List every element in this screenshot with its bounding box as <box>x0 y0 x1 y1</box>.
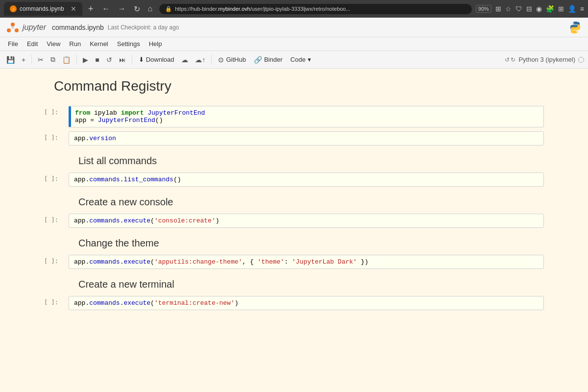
cell-3-input[interactable]: app.commands.list_commands() <box>69 172 544 187</box>
checkpoint-text: Last Checkpoint: a day ago <box>108 24 179 31</box>
svg-point-3 <box>11 26 14 29</box>
binder-button[interactable]: 🔗 Binder <box>251 54 286 65</box>
cell-3-code: app.commands.list_commands() <box>74 176 181 183</box>
upload-button[interactable]: ☁ <box>179 54 191 65</box>
cell-4-input[interactable]: app.commands.execute('console:create') <box>69 214 544 228</box>
menu-kernel[interactable]: Kernel <box>86 39 112 49</box>
download-label: Download <box>146 56 174 63</box>
nav-buttons: ← → ↻ ⌂ <box>99 2 156 16</box>
section-list-commands: List all commands <box>78 155 544 167</box>
jupyter-logo-icon <box>6 21 20 34</box>
url-text: https://hub-binder.mybinder.ovh/user/jtp… <box>175 6 350 12</box>
menu-file[interactable]: File <box>4 39 22 49</box>
shield-icon: 🛡 <box>515 5 522 13</box>
svg-point-4 <box>573 23 574 24</box>
bookmark-icon: ☆ <box>505 5 512 13</box>
forward-button[interactable]: → <box>115 2 129 15</box>
tab-close-button[interactable]: ✕ <box>71 5 76 13</box>
kernel-status-dots: ↺ ↻ <box>505 56 515 63</box>
kernel-info: ↺ ↻ Python 3 (ipykernel) <box>505 56 584 63</box>
cell-3[interactable]: [ ]: app.commands.list_commands() <box>44 172 544 187</box>
binder-label: Binder <box>264 56 283 63</box>
cell-1-number: [ ]: <box>44 106 69 116</box>
cut-button[interactable]: ✂ <box>35 54 46 65</box>
paste-button[interactable]: 📋 <box>60 54 73 65</box>
menu-edit[interactable]: Edit <box>23 39 42 49</box>
cell-6-input[interactable]: app.commands.execute('terminal:create-ne… <box>69 296 544 310</box>
cell-3-number: [ ]: <box>44 172 69 182</box>
profile-icon: ◉ <box>536 5 542 13</box>
upload-button2[interactable]: ☁↑ <box>193 54 208 65</box>
tab-favicon: J <box>10 5 17 12</box>
notebook-container: Command Registry [ ]: from ipylab import… <box>0 69 588 392</box>
toolbar: 💾 + ✂ ⧉ 📋 ▶ ■ ↺ ⏭ ⬇ Download ☁ ☁↑ ⊙ GitH… <box>0 51 588 69</box>
menu-settings[interactable]: Settings <box>113 39 144 49</box>
section-create-terminal: Create a new terminal <box>78 279 544 290</box>
jupyter-logo[interactable]: jupyter <box>6 21 46 34</box>
refresh-kernel-icon: ↺ <box>505 56 510 63</box>
browser-actions: 90% ⊞ ☆ 🛡 ⊟ ◉ 🧩 ⊞ 👤 ≡ <box>476 5 584 13</box>
python-logo <box>568 21 582 34</box>
cell-2[interactable]: [ ]: app.version <box>44 131 544 146</box>
refresh-kernel-icon2: ↻ <box>511 56 515 63</box>
copy-button[interactable]: ⧉ <box>48 54 58 65</box>
cell-6[interactable]: [ ]: app.commands.execute('terminal:crea… <box>44 296 544 310</box>
cell-5[interactable]: [ ]: app.commands.execute('apputils:chan… <box>44 255 544 269</box>
url-suffix: /user/jtpio-ipylab-3333ljwx/retro/notebo… <box>250 6 350 12</box>
kernel-name: Python 3 (ipykernel) <box>518 56 575 63</box>
notebook-filename[interactable]: commands.ipynb <box>52 24 104 31</box>
refresh-button[interactable]: ↻ <box>131 2 143 16</box>
tab-title: commands.ipynb <box>20 5 64 12</box>
cell-4[interactable]: [ ]: app.commands.execute('console:creat… <box>44 214 544 228</box>
toolbar-separator-1 <box>31 55 32 65</box>
menu-help[interactable]: Help <box>145 39 166 49</box>
cell-2-number: [ ]: <box>44 131 69 141</box>
section-change-theme: Change the theme <box>78 238 544 249</box>
menu-bar: File Edit View Run Kernel Settings Help <box>0 37 588 51</box>
restart-run-button[interactable]: ⏭ <box>117 54 128 65</box>
cell-type-select[interactable]: Code ▾ <box>288 54 314 65</box>
browser-tab[interactable]: J commands.ipynb ✕ <box>4 2 82 16</box>
extensions-icon: ⊞ <box>495 5 501 13</box>
svg-point-2 <box>15 28 19 32</box>
download-button[interactable]: ⬇ Download <box>136 54 177 65</box>
url-prefix: https://hub-binder. <box>175 6 218 12</box>
cell-1-input[interactable]: from ipylab import JupyterFrontEnd app =… <box>69 106 544 127</box>
cell-1-code-line2: app = JupyterFrontEnd() <box>75 117 163 124</box>
notebook-title: Command Registry <box>44 78 544 94</box>
cell-2-code: app.version <box>74 135 116 142</box>
restart-button[interactable]: ↺ <box>104 54 115 65</box>
cell-2-input[interactable]: app.version <box>69 131 544 146</box>
jupyter-appbar: jupyter commands.ipynb Last Checkpoint: … <box>0 18 588 37</box>
toolbar-separator-2 <box>76 55 77 65</box>
cell-5-number: [ ]: <box>44 255 69 265</box>
menu-view[interactable]: View <box>43 39 64 49</box>
svg-point-1 <box>7 28 11 32</box>
home-button[interactable]: ⌂ <box>145 2 156 15</box>
back-button[interactable]: ← <box>99 2 113 15</box>
save-button[interactable]: 💾 <box>4 54 17 65</box>
notebook-inner: Command Registry [ ]: from ipylab import… <box>34 78 554 310</box>
download-icon: ⬇ <box>139 56 144 63</box>
cell-6-code: app.commands.execute('terminal:create-ne… <box>74 299 239 307</box>
active-cell-indicator <box>70 106 71 127</box>
cell-5-input[interactable]: app.commands.execute('apputils:change-th… <box>69 255 544 269</box>
run-button[interactable]: ▶ <box>80 54 91 65</box>
cell-1-code: from ipylab import JupyterFrontEnd <box>75 109 205 117</box>
cell-4-number: [ ]: <box>44 214 69 223</box>
menu-icon[interactable]: ≡ <box>580 5 584 13</box>
cell-4-code: app.commands.execute('console:create') <box>74 217 220 224</box>
zoom-level: 90% <box>476 5 491 13</box>
github-button[interactable]: ⊙ GitHub <box>215 54 248 65</box>
browser-chrome: J commands.ipynb ✕ + ← → ↻ ⌂ 🔒 https://h… <box>0 0 588 18</box>
new-tab-button[interactable]: + <box>86 4 96 14</box>
grid-icon: ⊞ <box>558 5 564 13</box>
address-bar[interactable]: 🔒 https://hub-binder.mybinder.ovh/user/j… <box>159 4 472 14</box>
cell-1[interactable]: [ ]: from ipylab import JupyterFrontEnd … <box>44 106 544 127</box>
stop-button[interactable]: ■ <box>93 54 101 65</box>
add-cell-button[interactable]: + <box>19 54 28 65</box>
menu-run[interactable]: Run <box>65 39 85 49</box>
toolbar-separator-3 <box>132 55 132 65</box>
github-label: GitHub <box>226 56 245 63</box>
svg-point-5 <box>576 31 577 32</box>
